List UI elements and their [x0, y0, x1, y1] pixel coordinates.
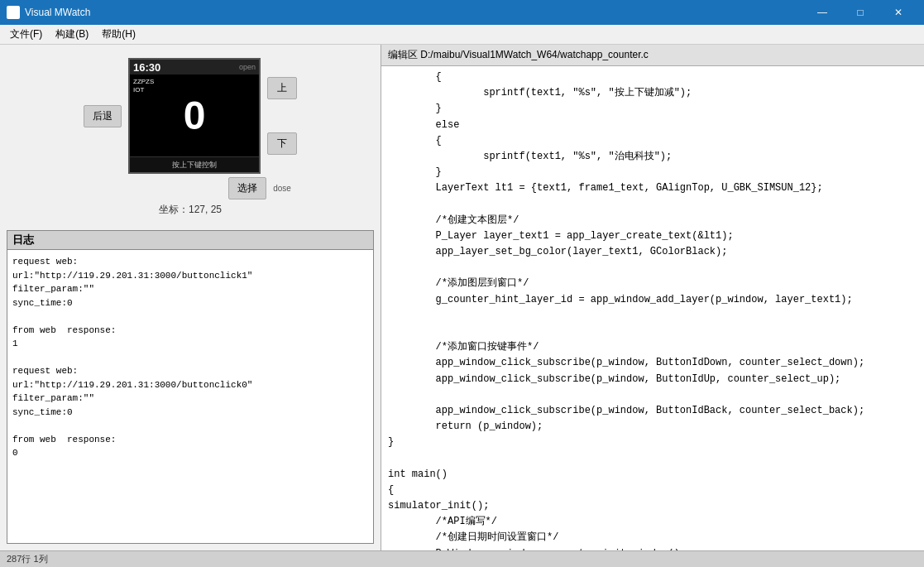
log-content[interactable]: request web: url:"http://119.29.201.31:3… [7, 250, 373, 543]
watch-body: ZZPZS IOT 0 [130, 74, 259, 156]
select-row: 选择 dose [89, 177, 291, 199]
watch-bottom-bar: 按上下键控制 [130, 156, 259, 172]
up-button[interactable]: 上 [267, 77, 297, 99]
coordinates-text: 坐标：127, 25 [159, 203, 222, 217]
editor-header: 编辑区 D:/maibu/Visual1MWatch_W64/watchapp_… [381, 45, 924, 66]
app-title: Visual MWatch [25, 7, 803, 18]
watch-open-label: open [239, 63, 256, 71]
title-bar: Visual MWatch — □ ✕ [0, 0, 924, 25]
editor-code: { sprintf(text1, "%s", "按上下键加减"); } else… [388, 70, 917, 550]
log-panel: 日志 request web: url:"http://119.29.201.3… [7, 230, 374, 544]
right-side-buttons: 上 下 [267, 77, 297, 155]
menu-file[interactable]: 文件(F) [3, 26, 49, 43]
watch-top-bar: 16:30 open [130, 60, 259, 74]
maximize-button[interactable]: □ [841, 0, 879, 25]
watch-controls-row: 后退 16:30 open ZZPZS IOT 0 [84, 58, 297, 174]
menu-help[interactable]: 帮助(H) [95, 26, 142, 43]
status-text: 287行 1列 [7, 553, 48, 565]
watch-time: 16:30 [133, 61, 160, 74]
watch-area: 后退 16:30 open ZZPZS IOT 0 [7, 51, 374, 223]
editor-body[interactable]: { sprintf(text1, "%s", "按上下键加减"); } else… [381, 66, 924, 550]
watch-logo: ZZPZS IOT [133, 78, 154, 94]
status-bar: 287行 1列 [0, 550, 924, 567]
watch-logo-line1: ZZPZS [133, 78, 154, 86]
close-button[interactable]: ✕ [879, 0, 917, 25]
watch-counter-value: 0 [184, 93, 206, 138]
minimize-button[interactable]: — [803, 0, 841, 25]
menu-build[interactable]: 构建(B) [49, 26, 95, 43]
app-icon [7, 6, 20, 19]
back-button[interactable]: 后退 [84, 105, 122, 127]
select-button[interactable]: 选择 [228, 177, 266, 199]
watch-logo-line2: IOT [133, 86, 154, 94]
dose-label: dose [273, 184, 291, 193]
log-header: 日志 [7, 231, 373, 250]
down-button[interactable]: 下 [267, 132, 297, 155]
main-content: 后退 16:30 open ZZPZS IOT 0 [0, 45, 924, 550]
menu-bar: 文件(F) 构建(B) 帮助(H) [0, 25, 924, 45]
window-controls: — □ ✕ [803, 0, 917, 25]
editor-panel: 编辑区 D:/maibu/Visual1MWatch_W64/watchapp_… [381, 45, 924, 550]
left-panel: 后退 16:30 open ZZPZS IOT 0 [0, 45, 381, 550]
watch-simulator: 16:30 open ZZPZS IOT 0 按上下键控制 [128, 58, 261, 174]
watch-hint-text: 按上下键控制 [132, 160, 257, 171]
